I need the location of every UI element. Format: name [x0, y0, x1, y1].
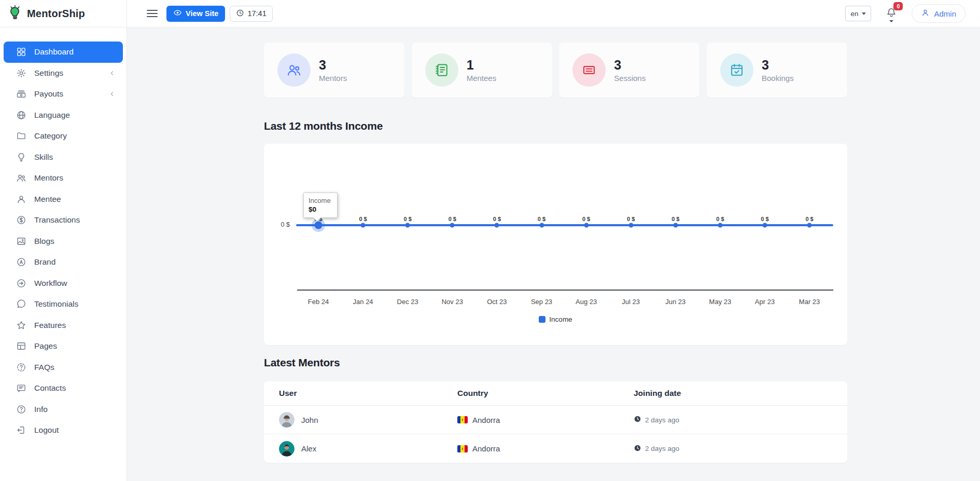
latest-mentors-table: User Country Joining date JohnAndorra2 d… [264, 381, 847, 463]
x-axis-line [297, 290, 833, 291]
sidebar-item-label: Transactions [34, 215, 80, 225]
sidebar-item-brand[interactable]: Brand [4, 252, 123, 273]
sidebar-item-testimonials[interactable]: Testimonials [4, 294, 123, 315]
sidebar-item-dashboard[interactable]: Dashboard [4, 42, 123, 63]
chart-point-dec-23[interactable] [405, 223, 410, 228]
point-value-label: 0 $ [582, 216, 590, 222]
calendar-check-icon [720, 53, 753, 87]
sidebar-item-label: Dashboard [34, 47, 74, 57]
notification-count-badge: 0 [893, 2, 903, 10]
x-axis-label: Oct 23 [487, 298, 507, 306]
income-chart-card: 0 $ Income 0 $Feb 240 $Jan 240 $Dec 230 … [264, 144, 847, 345]
x-axis-label: Apr 23 [755, 298, 775, 306]
chart-point-aug-23[interactable] [584, 223, 589, 228]
legend-marker-icon [539, 316, 545, 323]
sidebar-item-label: Language [34, 111, 70, 120]
sidebar-item-language[interactable]: Language [4, 105, 123, 126]
chart-point-nov-23[interactable] [450, 223, 455, 228]
stat-label: Mentors [319, 74, 347, 83]
mentor-name: Alex [301, 444, 316, 453]
chart-point-oct-23[interactable] [495, 223, 499, 228]
time-chip[interactable]: 17:41 [230, 6, 272, 22]
chart-point-jul-23[interactable] [628, 223, 633, 228]
stat-value: 3 [319, 58, 347, 73]
main-content: 3Mentors1Mentees3Sessions3Bookings Last … [127, 28, 980, 481]
sidebar-item-mentors[interactable]: Mentors [4, 168, 123, 189]
sidebar-item-label: Mentors [34, 173, 63, 183]
point-value-label: 0 $ [627, 216, 635, 222]
sidebar-item-features[interactable]: Features [4, 315, 123, 336]
chevron-down-icon [889, 20, 893, 22]
blogs-icon [16, 236, 26, 246]
sidebar-item-label: Blogs [34, 237, 54, 246]
sidebar-item-info[interactable]: Info [4, 399, 123, 420]
language-icon [16, 110, 26, 120]
pages-icon [16, 341, 26, 351]
sidebar-item-logout[interactable]: Logout [4, 420, 123, 441]
view-site-button[interactable]: View Site [166, 6, 225, 22]
hamburger-menu-icon[interactable] [147, 10, 158, 18]
sidebar-item-payouts[interactable]: Payouts [4, 84, 123, 105]
sidebar-item-transactions[interactable]: Transactions [4, 210, 123, 231]
admin-button[interactable]: Admin [912, 4, 965, 23]
chart-point-sep-23[interactable] [539, 223, 544, 228]
chart-point-may-23[interactable] [718, 223, 722, 228]
sidebar: MentorShip DashboardSettingsPayoutsLangu… [0, 0, 127, 481]
faqs-icon [16, 362, 26, 373]
legend-label: Income [549, 315, 572, 323]
chevron-down-icon [862, 12, 866, 15]
point-value-label: 0 $ [359, 216, 367, 222]
mentors-icon [16, 173, 26, 183]
income-line-chart: 0 $ Income 0 $Feb 240 $Jan 240 $Dec 230 … [264, 144, 847, 345]
chart-point-jan-24[interactable] [361, 223, 366, 228]
sidebar-item-category[interactable]: Category [4, 126, 123, 147]
sidebar-item-pages[interactable]: Pages [4, 336, 123, 357]
transactions-icon [16, 215, 26, 225]
brand-icon [16, 257, 26, 267]
testimonials-icon [16, 299, 26, 309]
journal-icon [425, 53, 458, 87]
workflow-icon [16, 278, 26, 288]
sidebar-item-contacts[interactable]: Contacts [4, 378, 123, 399]
clock-icon [634, 444, 641, 453]
topbar: View Site 17:41 en 0 [127, 0, 980, 28]
income-line-series [296, 224, 833, 226]
sidebar-item-faqs[interactable]: FAQs [4, 357, 123, 378]
contacts-icon [16, 383, 26, 393]
chevron-left-icon [108, 90, 116, 98]
chart-point-jun-23[interactable] [673, 223, 678, 228]
sidebar-item-workflow[interactable]: Workflow [4, 273, 123, 294]
point-value-label: 0 $ [404, 216, 412, 222]
stat-value: 3 [614, 58, 646, 73]
sidebar-item-settings[interactable]: Settings [4, 63, 123, 84]
point-value-label: 0 $ [761, 216, 768, 222]
chart-legend: Income [264, 315, 847, 323]
sidebar-item-label: Brand [34, 257, 55, 267]
stat-card-sessions: 3Sessions [559, 43, 699, 98]
stat-label: Bookings [762, 74, 794, 83]
sidebar-item-label: Pages [34, 341, 57, 351]
sidebar-item-skills[interactable]: Skills [4, 147, 123, 168]
payouts-icon [16, 89, 26, 99]
person-icon [921, 8, 930, 19]
chart-point-mar-23[interactable] [807, 223, 812, 228]
stat-label: Mentees [467, 74, 497, 83]
sidebar-item-label: Payouts [34, 89, 63, 99]
mentee-icon [16, 194, 26, 204]
language-dropdown[interactable]: en [845, 6, 871, 21]
category-icon [16, 131, 26, 141]
table-header-row: User Country Joining date [264, 381, 847, 406]
features-icon [16, 320, 26, 331]
mentors-section-title: Latest Mentors [264, 356, 340, 369]
x-axis-label: May 23 [709, 298, 732, 306]
stat-label: Sessions [614, 74, 646, 83]
sidebar-item-mentee[interactable]: Mentee [4, 189, 123, 210]
sidebar-item-label: Testimonials [34, 299, 78, 309]
chart-point-apr-23[interactable] [763, 223, 767, 228]
notifications-bell[interactable]: 0 [885, 5, 898, 22]
sidebar-item-blogs[interactable]: Blogs [4, 231, 123, 252]
dashboard-icon [16, 47, 26, 57]
chart-point-feb-24[interactable] [315, 222, 323, 229]
lightbulb-logo-icon [8, 5, 22, 22]
country-name: Andorra [472, 444, 500, 453]
